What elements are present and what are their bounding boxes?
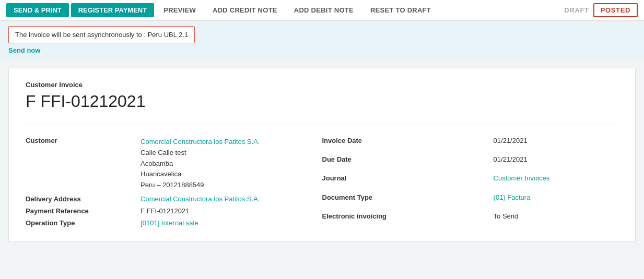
customer-address-line3: Huancavelica xyxy=(140,169,322,180)
invoice-date-value: 01/21/2021 xyxy=(494,135,618,153)
details-left: Customer Comercial Constructora los Pati… xyxy=(26,135,322,229)
divider xyxy=(26,124,618,124)
electronic-invoicing-label: Electronic invoicing xyxy=(322,210,494,229)
posted-status-badge: POSTED xyxy=(593,3,638,17)
invoice-date-row: Invoice Date 01/21/2021 xyxy=(322,135,619,153)
journal-value[interactable]: Customer Invoices xyxy=(494,172,618,191)
toolbar: SEND & PRINT REGISTER PAYMENT PREVIEW AD… xyxy=(0,0,644,21)
customer-value: Comercial Constructora los Patitos S.A. … xyxy=(140,135,322,193)
status-area: DRAFT POSTED xyxy=(564,3,638,17)
delivery-address-value[interactable]: Comercial Constructora los Patitos S.A. xyxy=(140,193,322,205)
details-right: Invoice Date 01/21/2021 Due Date 01/21/2… xyxy=(322,135,619,229)
info-box: The invoice will be sent asynchronously … xyxy=(8,26,195,43)
delivery-address-row: Delivery Address Comercial Constructora … xyxy=(26,193,322,205)
customer-address-line4: Peru – 20121888549 xyxy=(140,180,322,191)
invoice-number: F FFI-01212021 xyxy=(26,92,618,111)
electronic-invoicing-row: Electronic invoicing To Send xyxy=(322,210,619,229)
document-type-label: Customer Invoice xyxy=(26,81,618,89)
document-type-field-label: Document Type xyxy=(322,191,494,210)
due-date-label: Due Date xyxy=(322,153,494,172)
payment-reference-row: Payment Reference F FFI-01212021 xyxy=(26,205,322,217)
customer-row: Customer Comercial Constructora los Pati… xyxy=(26,135,322,193)
delivery-address-label: Delivery Address xyxy=(26,193,140,205)
send-now-link[interactable]: Send now xyxy=(8,43,636,59)
payment-reference-label: Payment Reference xyxy=(26,205,140,217)
register-payment-button[interactable]: REGISTER PAYMENT xyxy=(71,3,154,17)
customer-label: Customer xyxy=(26,135,140,193)
draft-status: DRAFT xyxy=(564,6,589,14)
operation-type-row: Operation Type [0101] Internal sale xyxy=(26,217,322,229)
info-text: The invoice will be sent asynchronously … xyxy=(15,31,188,39)
invoice-card: Customer Invoice F FFI-01212021 Customer… xyxy=(8,68,636,242)
operation-type-label: Operation Type xyxy=(26,217,140,229)
add-debit-note-button[interactable]: ADD DEBIT NOTE xyxy=(287,3,361,17)
document-type-row: Document Type (01) Factura xyxy=(322,191,619,210)
due-date-row: Due Date 01/21/2021 xyxy=(322,153,619,172)
main-content: Customer Invoice F FFI-01212021 Customer… xyxy=(0,59,644,250)
reset-to-draft-button[interactable]: RESET TO DRAFT xyxy=(363,3,438,17)
electronic-invoicing-value: To Send xyxy=(494,210,618,229)
invoice-date-label: Invoice Date xyxy=(322,135,494,153)
customer-address-line2: Acobamba xyxy=(140,159,322,169)
document-type-field-value[interactable]: (01) Factura xyxy=(494,191,618,210)
operation-type-value[interactable]: [0101] Internal sale xyxy=(140,217,322,229)
journal-row: Journal Customer Invoices xyxy=(322,172,619,191)
journal-label: Journal xyxy=(322,172,494,191)
add-credit-note-button[interactable]: ADD CREDIT NOTE xyxy=(205,3,285,17)
due-date-value: 01/21/2021 xyxy=(494,153,618,172)
customer-address-line1: Calle Calle test xyxy=(140,148,322,159)
customer-name-link[interactable]: Comercial Constructora los Patitos S.A. xyxy=(140,137,322,148)
info-banner: The invoice will be sent asynchronously … xyxy=(0,21,644,59)
send-print-button[interactable]: SEND & PRINT xyxy=(6,3,69,17)
payment-reference-value: F FFI-01212021 xyxy=(140,205,322,217)
preview-button[interactable]: PREVIEW xyxy=(156,3,203,17)
invoice-details: Customer Comercial Constructora los Pati… xyxy=(26,135,618,229)
